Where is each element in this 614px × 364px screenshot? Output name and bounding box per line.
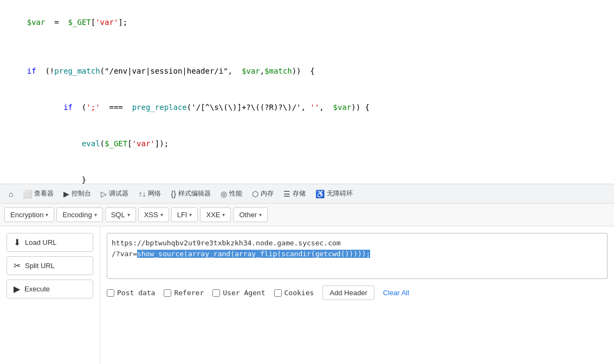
url-query-selected: show_source(array_rand(array_flip(scandi… xyxy=(137,250,370,258)
execute-icon: ▶ xyxy=(14,284,20,294)
xxe-arrow: ▾ xyxy=(222,212,225,218)
accessibility-icon: ♿ xyxy=(315,190,325,198)
encoding-menu[interactable]: Encoding ▾ xyxy=(56,207,102,222)
accessibility-label: 无障碍环 xyxy=(327,189,353,198)
other-arrow: ▾ xyxy=(259,212,262,218)
url-display: https://bptwuhqbv2ut9re3txbkzkh34.node.g… xyxy=(107,233,607,279)
console-label: 控制台 xyxy=(72,189,91,198)
lfi-arrow: ▾ xyxy=(189,212,192,218)
performance-icon: ◎ xyxy=(221,190,227,198)
code-line: eval($_GET['var']); xyxy=(9,126,605,162)
devtools-network-btn[interactable]: ↑↓ 网络 xyxy=(134,187,165,200)
xss-label: XSS xyxy=(144,211,158,219)
url-query-prefix: /?var= xyxy=(112,250,137,258)
hackbar-toolbar: Encryption ▾ Encoding ▾ SQL ▾ XSS ▾ LFI … xyxy=(0,204,614,226)
code-line: if (!preg_match("/env|var|session|header… xyxy=(9,53,605,89)
execute-button[interactable]: ▶ Execute xyxy=(7,280,93,298)
encoding-arrow: ▾ xyxy=(94,212,97,218)
debugger-icon: ▷ xyxy=(101,190,107,198)
url-normal-text: https://bptwuhqbv2ut9re3txbkzkh34.node.g… xyxy=(112,239,341,247)
storage-icon: ☰ xyxy=(283,190,290,198)
inspector-icon: ⬜ xyxy=(23,190,32,198)
storage-label: 存储 xyxy=(293,189,306,198)
encoding-label: Encoding xyxy=(62,211,92,219)
style-editor-icon: {} xyxy=(171,190,176,198)
post-data-checkbox[interactable] xyxy=(107,289,114,297)
other-menu[interactable]: Other ▾ xyxy=(233,207,268,222)
encryption-menu[interactable]: Encryption ▾ xyxy=(4,207,54,222)
split-url-icon: ✂ xyxy=(14,261,21,271)
code-line: if (';' === preg_replace('/[^\s\(\)]+?\(… xyxy=(9,89,605,126)
sql-arrow: ▾ xyxy=(127,212,130,218)
network-icon: ↑↓ xyxy=(138,190,146,198)
devtools-toolbar: ⌂ ⬜ 查看器 ▶ 控制台 ▷ 调试器 ↑↓ 网络 {} 样式编辑器 ◎ 性能 … xyxy=(0,184,614,204)
sql-label: SQL xyxy=(111,211,125,219)
inspector-label: 查看器 xyxy=(34,189,54,198)
memory-icon: ⬡ xyxy=(252,190,258,198)
load-url-button[interactable]: ⬇ Load URL xyxy=(7,233,93,252)
performance-label: 性能 xyxy=(229,189,242,198)
user-agent-checkbox-item[interactable]: User Agent xyxy=(212,289,265,297)
load-url-label: Load URL xyxy=(25,238,57,246)
devtools-inspector-btn[interactable]: ⬜ 查看器 xyxy=(18,187,58,200)
debugger-label: 调试器 xyxy=(109,189,128,198)
xss-menu[interactable]: XSS ▾ xyxy=(138,207,169,222)
xxe-label: XXE xyxy=(206,211,220,219)
devtools-home-btn[interactable]: ⌂ xyxy=(4,187,17,200)
encryption-arrow: ▾ xyxy=(46,212,48,218)
action-panel: ⬇ Load URL ✂ Split URL ▶ Execute xyxy=(0,226,100,364)
cookies-checkbox[interactable] xyxy=(274,289,282,297)
post-data-checkbox-item[interactable]: Post data xyxy=(107,289,155,297)
load-url-icon: ⬇ xyxy=(14,237,21,248)
url-panel: https://bptwuhqbv2ut9re3txbkzkh34.node.g… xyxy=(100,226,614,364)
code-line: } xyxy=(9,162,605,184)
user-agent-label: User Agent xyxy=(223,289,265,297)
cookies-label: Cookies xyxy=(285,289,314,297)
hackbar-content: ⬇ Load URL ✂ Split URL ▶ Execute https:/… xyxy=(0,226,614,364)
devtools-debugger-btn[interactable]: ▷ 调试器 xyxy=(96,187,133,200)
devtools-style-editor-btn[interactable]: {} 样式编辑器 xyxy=(166,187,215,200)
add-header-button[interactable]: Add Header xyxy=(322,285,374,300)
user-agent-checkbox[interactable] xyxy=(212,289,220,297)
code-display: $var = $_GET['var']; if (!preg_match("/e… xyxy=(0,0,614,184)
referer-checkbox-item[interactable]: Referer xyxy=(164,289,204,297)
style-editor-label: 样式编辑器 xyxy=(178,189,211,198)
devtools-memory-btn[interactable]: ⬡ 内存 xyxy=(248,187,278,200)
split-url-button[interactable]: ✂ Split URL xyxy=(7,256,93,275)
xxe-menu[interactable]: XXE ▾ xyxy=(200,207,231,222)
referer-label: Referer xyxy=(174,289,204,297)
console-icon: ▶ xyxy=(63,190,69,198)
xss-arrow: ▾ xyxy=(160,212,163,218)
home-icon: ⌂ xyxy=(9,190,13,198)
cookies-checkbox-item[interactable]: Cookies xyxy=(274,289,314,297)
network-label: 网络 xyxy=(148,189,161,198)
devtools-storage-btn[interactable]: ☰ 存储 xyxy=(279,187,310,200)
devtools-console-btn[interactable]: ▶ 控制台 xyxy=(59,187,95,200)
clear-all-button[interactable]: Clear All xyxy=(383,286,409,300)
code-line xyxy=(9,41,605,53)
post-data-label: Post data xyxy=(117,289,155,297)
options-bar: Post data Referer User Agent Cookies Add… xyxy=(107,285,607,300)
sql-menu[interactable]: SQL ▾ xyxy=(105,207,136,222)
devtools-accessibility-btn[interactable]: ♿ 无障碍环 xyxy=(311,187,357,200)
lfi-label: LFI xyxy=(177,211,188,219)
code-line: $var = $_GET['var']; xyxy=(9,4,605,41)
devtools-performance-btn[interactable]: ◎ 性能 xyxy=(216,187,247,200)
split-url-label: Split URL xyxy=(25,262,55,270)
memory-label: 内存 xyxy=(261,189,274,198)
referer-checkbox[interactable] xyxy=(164,289,171,297)
clear-all-label: Clear All xyxy=(383,289,409,297)
add-header-label: Add Header xyxy=(329,289,367,297)
lfi-menu[interactable]: LFI ▾ xyxy=(171,207,198,222)
execute-label: Execute xyxy=(24,285,50,293)
encryption-label: Encryption xyxy=(10,211,43,219)
other-label: Other xyxy=(239,211,257,219)
